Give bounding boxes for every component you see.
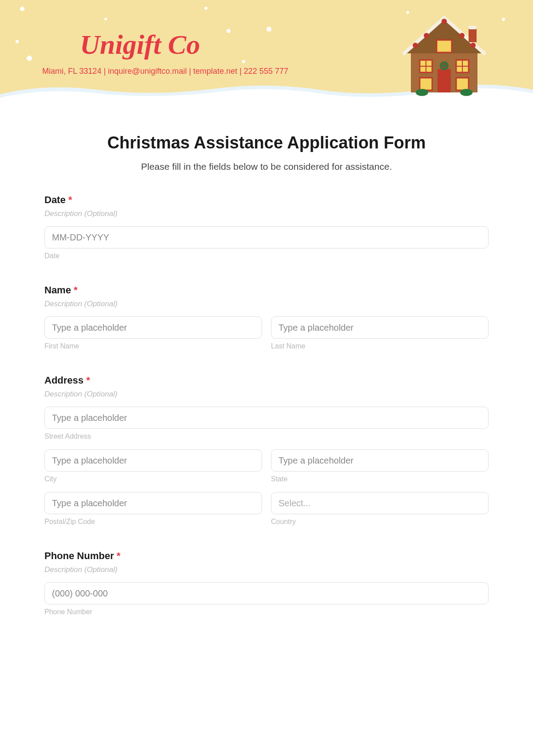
first-name-input[interactable] <box>44 316 262 339</box>
address-label-text: Address <box>44 375 84 386</box>
street-address-input[interactable] <box>44 407 489 429</box>
svg-point-18 <box>440 61 449 70</box>
date-section: Date * Description (Optional) Date <box>44 194 489 260</box>
svg-rect-14 <box>437 40 452 52</box>
state-input[interactable] <box>271 449 489 472</box>
form-container: Christmas Assistance Application Form Pl… <box>0 102 533 658</box>
date-sublabel: Date <box>44 252 489 260</box>
svg-rect-15 <box>420 78 432 90</box>
company-logo: Unigift Co <box>80 29 200 60</box>
date-label-text: Date <box>44 194 66 205</box>
svg-point-4 <box>470 43 476 48</box>
svg-rect-17 <box>438 69 451 92</box>
phone-label: Phone Number * <box>44 550 489 562</box>
first-name-sublabel: First Name <box>44 342 262 350</box>
snow-dot <box>266 27 271 32</box>
date-label: Date * <box>44 194 489 206</box>
phone-sublabel: Phone Number <box>44 608 489 616</box>
street-address-sublabel: Street Address <box>44 432 489 440</box>
snow-dot <box>242 60 245 63</box>
snow-dot <box>20 7 24 11</box>
country-select-text: Select... <box>278 498 310 508</box>
form-title: Christmas Assistance Application Form <box>44 133 489 152</box>
date-description[interactable]: Description (Optional) <box>44 209 489 218</box>
snow-dot <box>104 18 107 20</box>
name-label-text: Name <box>44 284 71 296</box>
snow-dot <box>204 7 207 10</box>
svg-point-3 <box>459 33 465 38</box>
address-description[interactable]: Description (Optional) <box>44 390 489 399</box>
last-name-sublabel: Last Name <box>271 342 489 350</box>
phone-section: Phone Number * Description (Optional) Ph… <box>44 550 489 616</box>
svg-point-0 <box>413 43 418 48</box>
postal-code-input[interactable] <box>44 492 262 514</box>
header-banner: Unigift Co Miami, FL 33124 | inquire@uni… <box>0 0 533 102</box>
svg-point-20 <box>416 89 428 96</box>
address-label: Address * <box>44 375 489 386</box>
snow-dot <box>227 29 231 33</box>
phone-input[interactable] <box>44 582 489 604</box>
last-name-input[interactable] <box>271 316 489 339</box>
svg-rect-16 <box>456 78 469 90</box>
form-subtitle: Please fill in the fields below to be co… <box>44 161 489 172</box>
svg-point-2 <box>442 19 447 24</box>
country-select[interactable]: Select... <box>271 492 489 514</box>
required-mark: * <box>117 550 121 561</box>
phone-label-text: Phone Number <box>44 550 114 561</box>
name-label: Name * <box>44 284 489 296</box>
postal-code-sublabel: Postal/Zip Code <box>44 518 262 526</box>
gingerbread-house-icon <box>395 9 493 98</box>
required-mark: * <box>74 284 78 296</box>
snow-dot <box>502 18 505 21</box>
svg-point-1 <box>424 33 429 38</box>
required-mark: * <box>86 375 90 386</box>
name-description[interactable]: Description (Optional) <box>44 300 489 308</box>
country-sublabel: Country <box>271 518 489 526</box>
contact-info: Miami, FL 33124 | inquire@unigiftco.mail… <box>42 67 288 76</box>
name-section: Name * Description (Optional) First Name… <box>44 284 489 350</box>
required-mark: * <box>68 194 72 205</box>
snow-dot <box>16 40 19 43</box>
address-section: Address * Description (Optional) Street … <box>44 375 489 526</box>
snow-dot <box>27 56 32 61</box>
city-sublabel: City <box>44 475 262 483</box>
city-input[interactable] <box>44 449 262 472</box>
svg-point-21 <box>460 89 473 96</box>
date-input[interactable] <box>44 226 489 248</box>
state-sublabel: State <box>271 475 489 483</box>
phone-description[interactable]: Description (Optional) <box>44 565 489 574</box>
svg-rect-6 <box>469 26 477 29</box>
